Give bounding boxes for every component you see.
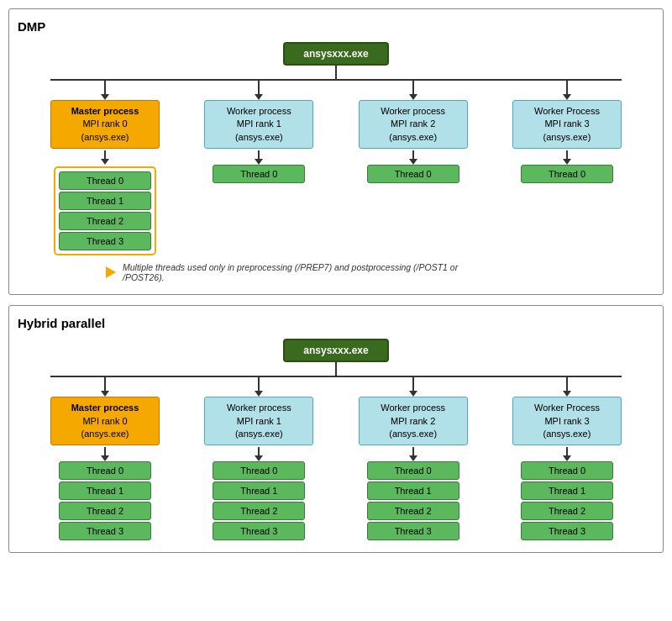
hybrid-worker2-thread-3: Thread 3 <box>367 522 459 540</box>
dmp-tree: ansysxxx.exe Master processMPI rank 0(an… <box>18 42 654 282</box>
hybrid-master-thread-2: Thread 2 <box>59 502 151 520</box>
hybrid-worker-3-process: Worker ProcessMPI rank 3(ansys.exe) <box>512 397 622 445</box>
hybrid-worker3-thread-3: Thread 3 <box>521 522 613 540</box>
hybrid-section: Hybrid parallel ansysxxx.exe Master proc… <box>8 305 664 553</box>
dmp-worker2-thread-0: Thread 0 <box>367 165 459 183</box>
hybrid-master-thread-3: Thread 3 <box>59 522 151 540</box>
dmp-branch-1: Worker processMPI rank 1(ansys.exe) Thre… <box>204 81 313 255</box>
dmp-title: DMP <box>18 19 654 34</box>
dmp-branch-0: Master processMPI rank 0(ansys.exe) Thre… <box>50 81 160 255</box>
hybrid-master-process: Master processMPI rank 0(ansys.exe) <box>50 397 160 445</box>
hybrid-worker1-thread-2: Thread 2 <box>213 502 305 520</box>
dmp-master-threads-highlight: Thread 0 Thread 1 Thread 2 Thread 3 <box>54 166 156 255</box>
annotation-arrow <box>106 266 116 278</box>
dmp-root: ansysxxx.exe <box>283 42 388 66</box>
hybrid-worker-1-process: Worker processMPI rank 1(ansys.exe) <box>204 397 313 445</box>
hybrid-branches: Master processMPI rank 0(ansys.exe) Thre… <box>50 377 622 540</box>
hybrid-branch-0: Master processMPI rank 0(ansys.exe) Thre… <box>50 377 160 540</box>
hybrid-worker1-thread-0: Thread 0 <box>213 461 305 480</box>
dmp-worker-1-process: Worker processMPI rank 1(ansys.exe) <box>204 100 313 149</box>
hybrid-worker1-thread-3: Thread 3 <box>213 522 305 540</box>
dmp-master-process: Master processMPI rank 0(ansys.exe) <box>50 100 160 149</box>
dmp-master-thread-2: Thread 2 <box>59 212 151 230</box>
dmp-worker-2-process: Worker processMPI rank 2(ansys.exe) <box>359 100 468 149</box>
hybrid-worker-2-process: Worker processMPI rank 2(ansys.exe) <box>359 397 468 445</box>
hybrid-worker3-thread-2: Thread 2 <box>521 502 613 520</box>
dmp-section: DMP ansysxxx.exe Master processMPI rank … <box>8 8 664 295</box>
dmp-worker3-thread-0: Thread 0 <box>521 165 613 183</box>
dmp-master-thread-0: Thread 0 <box>59 171 151 190</box>
hybrid-tree: ansysxxx.exe Master processMPI rank 0(an… <box>18 339 654 540</box>
hybrid-master-thread-1: Thread 1 <box>59 482 151 500</box>
hybrid-worker2-thread-1: Thread 1 <box>367 482 459 500</box>
hybrid-worker2-thread-0: Thread 0 <box>367 461 459 480</box>
dmp-master-thread-1: Thread 1 <box>59 192 151 210</box>
hybrid-worker1-thread-1: Thread 1 <box>213 482 305 500</box>
hybrid-branch-2: Worker processMPI rank 2(ansys.exe) Thre… <box>359 377 468 540</box>
hybrid-master-thread-0: Thread 0 <box>59 461 151 480</box>
dmp-branch-2: Worker processMPI rank 2(ansys.exe) Thre… <box>359 81 468 255</box>
dmp-worker1-thread-0: Thread 0 <box>213 165 305 183</box>
hybrid-branch-1: Worker processMPI rank 1(ansys.exe) Thre… <box>204 377 313 540</box>
hybrid-title: Hybrid parallel <box>18 316 654 330</box>
dmp-master-thread-3: Thread 3 <box>59 232 151 250</box>
hybrid-branch-3: Worker ProcessMPI rank 3(ansys.exe) Thre… <box>512 377 622 540</box>
dmp-branches: Master processMPI rank 0(ansys.exe) Thre… <box>50 81 622 255</box>
dmp-branch-3: Worker ProcessMPI rank 3(ansys.exe) Thre… <box>512 81 622 255</box>
hybrid-worker2-thread-2: Thread 2 <box>367 502 459 520</box>
dmp-annotation: Multiple threads used only in preprocess… <box>22 262 659 282</box>
hybrid-worker3-thread-1: Thread 1 <box>521 482 613 500</box>
annotation-text: Multiple threads used only in preprocess… <box>123 262 459 282</box>
hybrid-worker3-thread-0: Thread 0 <box>521 461 613 480</box>
hybrid-root: ansysxxx.exe <box>283 339 388 362</box>
dmp-worker-3-process: Worker ProcessMPI rank 3(ansys.exe) <box>512 100 622 149</box>
